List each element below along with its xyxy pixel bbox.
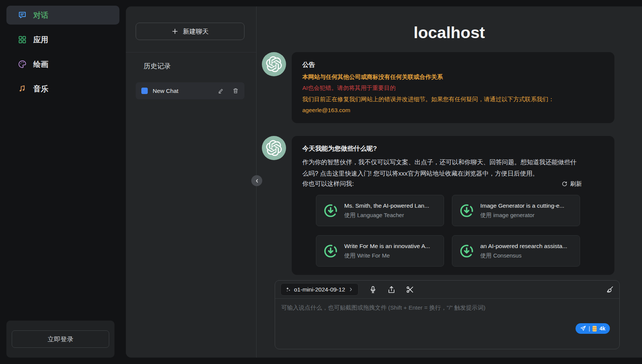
chat-color-swatch: [141, 88, 148, 94]
delete-chat-button[interactable]: [232, 88, 239, 94]
welcome-title: 今天我能为您做些什么呢?: [302, 144, 582, 153]
card-title: Write For Me is an innovative A...: [344, 243, 430, 250]
suggestion-cards: Ms. Smith, the AI-powered Lan... 使用 Lang…: [316, 195, 582, 267]
page-title: localhost: [257, 23, 642, 42]
refresh-button[interactable]: 刷新: [562, 180, 582, 188]
upload-button[interactable]: [387, 285, 396, 294]
broom-icon: [606, 285, 614, 294]
collapse-sidebar-button[interactable]: [251, 175, 262, 186]
music-note-icon: [18, 84, 27, 93]
workspace: 新建聊天 历史记录 New Chat localhost: [126, 6, 642, 358]
palette-icon: [18, 60, 27, 69]
sidebar-item-apps[interactable]: 应用: [6, 30, 119, 49]
composer: o1-mini-2024-09-12: [275, 280, 620, 349]
trash-icon: [232, 88, 239, 94]
suggestion-card[interactable]: Ms. Smith, the AI-powered Lan... 使用 Lang…: [316, 195, 444, 226]
microphone-icon: [369, 285, 377, 294]
suggestion-card[interactable]: Image Generator is a cutting-e... 使用 ima…: [452, 195, 580, 226]
edit-pencil-icon: [218, 88, 224, 94]
coin-icon: [592, 326, 597, 332]
sidebar: 对话 应用 绘画 音乐 立即登录: [0, 0, 126, 364]
chat-area: localhost 公告 本网站与任何其他公司或商标没有任何关联或合作关系 AI…: [257, 6, 642, 358]
announcement-title: 公告: [302, 60, 604, 69]
message-input[interactable]: [275, 299, 619, 349]
scissors-icon: [406, 285, 414, 294]
suggestion-card[interactable]: an AI-powered research assista... 使用 Con…: [452, 235, 580, 267]
sparkles-icon: [285, 287, 291, 292]
login-button[interactable]: 立即登录: [12, 330, 109, 348]
announcement-bubble: 公告 本网站与任何其他公司或商标没有任何关联或合作关系 AI也会犯错。请勿将其用…: [292, 52, 614, 123]
announcement-line: 本网站与任何其他公司或商标没有任何关联或合作关系: [302, 73, 604, 81]
token-count: 4k: [599, 325, 605, 332]
refresh-label: 刷新: [570, 180, 582, 188]
send-divider: |: [589, 325, 590, 332]
install-circle-icon: [459, 244, 474, 259]
model-selector[interactable]: o1-mini-2024-09-12: [280, 283, 359, 296]
welcome-bubble: 今天我能为您做些什么呢? 作为你的智慧伙伴，我不仅可以写文案、出点子，还可以和你…: [292, 136, 614, 275]
assistant-avatar: [262, 136, 286, 160]
history-heading: 历史记录: [144, 62, 246, 71]
refresh-icon: [562, 181, 568, 187]
assistant-avatar: [262, 52, 286, 76]
card-subtitle: 使用 Language Teacher: [344, 212, 429, 219]
sidebar-item-label: 应用: [33, 35, 48, 45]
chevron-right-icon: [348, 287, 354, 292]
ask-row: 你也可以这样问我: 刷新: [302, 180, 582, 188]
clear-context-button[interactable]: [606, 285, 614, 294]
new-chat-label: 新建聊天: [183, 27, 209, 36]
card-title: an AI-powered research assista...: [480, 243, 567, 250]
sidebar-item-chat[interactable]: 对话: [6, 6, 119, 25]
microphone-button[interactable]: [369, 285, 377, 294]
announcement-line: AI也会犯错。请勿将其用于重要目的: [302, 84, 604, 92]
message-row: 今天我能为您做些什么呢? 作为你的智慧伙伴，我不仅可以写文案、出点子，还可以和你…: [262, 136, 614, 275]
send-button[interactable]: | 4k: [575, 323, 610, 334]
openai-logo-icon: [266, 140, 282, 156]
card-subtitle: 使用 Consensus: [480, 252, 567, 259]
history-item[interactable]: New Chat: [136, 82, 244, 99]
card-subtitle: 使用 image generator: [480, 212, 564, 219]
message-list: 公告 本网站与任何其他公司或商标没有任何关联或合作关系 AI也会犯错。请勿将其用…: [257, 42, 642, 275]
model-name: o1-mini-2024-09-12: [294, 286, 345, 293]
announcement-line: 我们目前正在修复我们网站上的错误并改进细节。如果您有任何疑问，请通过以下方式联系…: [302, 95, 604, 103]
composer-toolbar: o1-mini-2024-09-12: [275, 281, 619, 299]
install-circle-icon: [323, 244, 338, 259]
suggestion-card[interactable]: Write For Me is an innovative A... 使用 Wr…: [316, 235, 444, 267]
message-row: 公告 本网站与任何其他公司或商标没有任何关联或合作关系 AI也会犯错。请勿将其用…: [262, 52, 614, 123]
prompt-line: 你也可以这样问我:: [302, 180, 354, 188]
sidebar-item-label: 音乐: [33, 84, 48, 94]
chat-bubble-icon: [18, 11, 27, 20]
upload-icon: [387, 285, 396, 294]
install-circle-icon: [459, 203, 474, 218]
history-panel: 新建聊天 历史记录 New Chat: [126, 6, 257, 358]
card-title: Ms. Smith, the AI-powered Lan...: [344, 202, 429, 209]
sidebar-item-label: 对话: [33, 10, 48, 20]
paper-plane-icon: [580, 325, 586, 332]
history-divider: [126, 52, 256, 52]
sidebar-item-label: 绘画: [33, 59, 48, 69]
sidebar-item-drawing[interactable]: 绘画: [6, 55, 119, 74]
edit-chat-button[interactable]: [218, 88, 224, 94]
sidebar-item-music[interactable]: 音乐: [6, 79, 119, 98]
composer-body: | 4k: [275, 299, 619, 349]
welcome-body: 作为你的智慧伙伴，我不仅可以写文案、出点子，还可以和你聊天、回答问题。想知道我还…: [302, 157, 582, 179]
install-circle-icon: [323, 203, 338, 218]
plus-icon: [172, 28, 178, 35]
openai-logo-icon: [266, 56, 282, 72]
history-item-title: New Chat: [153, 88, 209, 94]
screenshot-button[interactable]: [406, 285, 414, 294]
card-subtitle: 使用 Write For Me: [344, 252, 430, 259]
contact-email[interactable]: ageerle@163.com: [302, 106, 604, 114]
app-grid-icon: [18, 35, 27, 44]
login-panel: 立即登录: [6, 321, 114, 358]
card-title: Image Generator is a cutting-e...: [480, 202, 564, 209]
new-chat-button[interactable]: 新建聊天: [136, 23, 244, 40]
chevron-left-icon: [254, 178, 260, 184]
